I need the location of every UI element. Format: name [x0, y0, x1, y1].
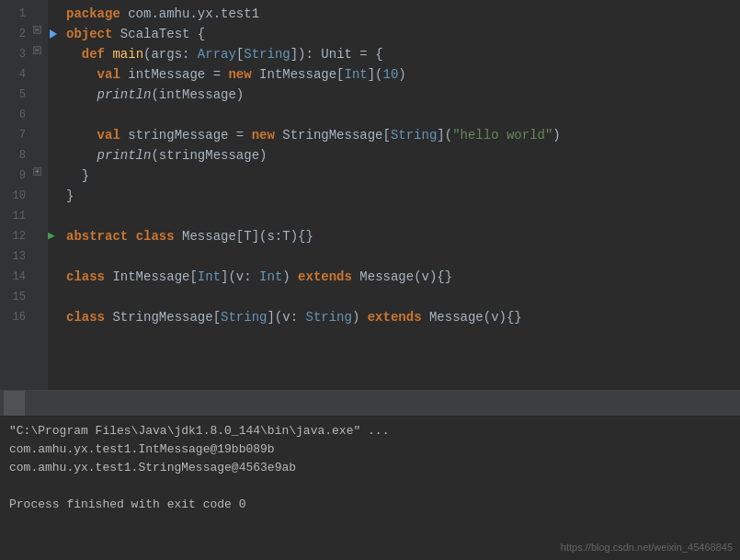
code-line: abstract class Message[T](s:T){} — [63, 226, 740, 246]
code-line: class IntMessage[Int](v: Int) extends Me… — [63, 267, 740, 287]
output-line — [9, 477, 731, 496]
code-editor: 12345678910111213141516 −−+ ▶ package co… — [0, 0, 740, 390]
code-area: package com.amhu.yx.test1object ScalaTes… — [63, 0, 740, 390]
code-line — [63, 287, 740, 307]
code-line: package com.amhu.yx.test1 — [63, 4, 740, 24]
code-line — [63, 246, 740, 267]
output-line: com.amhu.yx.test1.StringMessage@4563e9ab — [9, 459, 731, 477]
run-tab[interactable] — [4, 391, 25, 416]
output-line: com.amhu.yx.test1.IntMessage@19bb089b — [9, 440, 731, 459]
fold-button[interactable]: − — [33, 26, 41, 34]
line-numbers: 12345678910111213141516 — [0, 0, 31, 390]
fold-column: −−+ — [31, 0, 48, 390]
run-icon[interactable]: ▶ — [48, 226, 55, 246]
watermark: https://blog.csdn.net/weixin_45468845 — [561, 538, 733, 556]
code-line: } — [63, 186, 740, 206]
code-line: val stringMessage = new StringMessage[St… — [63, 125, 740, 145]
panel-output: "C:\Program Files\Java\jdk1.8.0_144\bin\… — [0, 417, 740, 560]
code-line: println(stringMessage) — [63, 145, 740, 166]
bottom-panel: "C:\Program Files\Java\jdk1.8.0_144\bin\… — [0, 390, 740, 560]
code-line: println(intMessage) — [63, 85, 740, 105]
output-line: Process finished with exit code 0 — [9, 496, 731, 514]
fold-button[interactable]: + — [33, 167, 41, 176]
code-line: } — [63, 166, 740, 186]
code-line: def main(args: Array[String]): Unit = { — [63, 44, 740, 64]
execution-arrow-icon — [50, 29, 57, 39]
gutter: 12345678910111213141516 −−+ — [0, 0, 48, 390]
run-gutter: ▶ — [48, 0, 63, 390]
output-line: "C:\Program Files\Java\jdk1.8.0_144\bin\… — [9, 422, 731, 440]
code-line — [63, 105, 740, 125]
code-line: val intMessage = new IntMessage[Int](10) — [63, 64, 740, 85]
code-line: object ScalaTest { — [63, 24, 740, 44]
panel-tab-bar — [0, 391, 740, 417]
code-line — [63, 206, 740, 226]
code-line: class StringMessage[String](v: String) e… — [63, 307, 740, 327]
fold-button[interactable]: − — [33, 46, 41, 54]
